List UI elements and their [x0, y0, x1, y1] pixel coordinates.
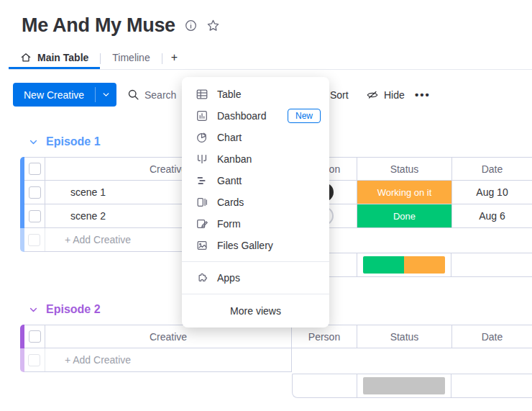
menu-divider — [182, 261, 329, 262]
menu-item-files-gallery[interactable]: Files Gallery — [182, 235, 329, 256]
menu-item-label: Table — [217, 89, 241, 100]
menu-item-chart[interactable]: Chart — [182, 127, 329, 148]
group-header-episode-1[interactable]: Episode 1 — [29, 135, 101, 148]
table-icon — [196, 88, 208, 101]
summary-person-cell — [293, 374, 357, 397]
files-gallery-icon — [196, 239, 208, 252]
new-creative-button[interactable]: New Creative — [13, 83, 116, 107]
add-item-row: + Add Creative — [24, 348, 292, 372]
date-cell[interactable]: Aug 6 — [452, 204, 532, 227]
menu-item-label: Kanban — [217, 153, 252, 165]
item-name[interactable]: scene 2 — [45, 210, 106, 222]
menu-item-dashboard[interactable]: Dashboard New — [182, 105, 329, 127]
group-title[interactable]: Episode 2 — [46, 303, 101, 316]
battery-segment-empty — [363, 377, 446, 394]
episode-2-table: Creative Person Status Date + Add Creati… — [20, 325, 532, 372]
pie-chart-icon — [196, 131, 208, 144]
summary-status-cell — [357, 374, 452, 397]
apps-puzzle-icon — [196, 271, 208, 284]
board-header: Me And My Muse — [22, 14, 220, 37]
tab-timeline[interactable]: Timeline — [101, 48, 161, 69]
menu-item-table[interactable]: Table — [182, 83, 329, 105]
more-views-button[interactable]: More views — [182, 299, 329, 322]
summary-date-cell — [451, 374, 532, 397]
hide-button[interactable]: Hide — [366, 83, 405, 107]
menu-item-kanban[interactable]: Kanban — [182, 148, 329, 170]
hide-label: Hide — [384, 89, 405, 101]
group-header-episode-2[interactable]: Episode 2 — [29, 303, 101, 316]
ellipsis-icon: ••• — [415, 89, 431, 101]
select-all-checkbox[interactable] — [29, 163, 41, 175]
select-all-checkbox[interactable] — [29, 330, 41, 343]
sort-label: Sort — [330, 89, 349, 101]
menu-item-cards[interactable]: Cards — [182, 191, 329, 213]
row-checkbox[interactable] — [29, 186, 41, 199]
column-header-creative[interactable]: Creative — [45, 325, 292, 348]
menu-item-form[interactable]: Form — [182, 213, 329, 235]
battery-segment-working — [404, 256, 445, 274]
more-options-button[interactable]: ••• — [415, 83, 431, 107]
chevron-down-icon[interactable] — [29, 137, 38, 147]
menu-item-label: Files Gallery — [217, 240, 273, 251]
menu-item-label: Dashboard — [217, 110, 267, 122]
tab-timeline-label: Timeline — [112, 52, 150, 63]
chevron-down-icon[interactable] — [96, 83, 116, 107]
column-header-date[interactable]: Date — [452, 158, 532, 180]
summary-date-cell — [451, 253, 532, 276]
add-creative-button[interactable]: + Add Creative — [45, 234, 131, 245]
column-header-person[interactable]: Person — [292, 325, 357, 348]
row-checkbox — [28, 234, 40, 246]
eye-off-icon — [366, 89, 379, 101]
favorite-star-icon[interactable] — [206, 19, 220, 32]
home-icon — [20, 52, 32, 63]
info-icon[interactable] — [185, 19, 197, 32]
kanban-icon — [196, 153, 208, 166]
add-creative-button[interactable]: + Add Creative — [45, 354, 131, 366]
summary-status-cell — [357, 253, 452, 276]
status-cell[interactable]: Working on it — [357, 181, 451, 204]
tab-main-table[interactable]: Main Table — [9, 48, 100, 69]
row-checkbox[interactable] — [29, 210, 41, 222]
search-placeholder: Search — [145, 89, 176, 101]
views-menu: Table Dashboard New Chart Kanban — [182, 77, 329, 328]
menu-item-label: Apps — [217, 272, 240, 284]
search-icon — [127, 89, 139, 101]
item-name[interactable]: scene 1 — [45, 186, 106, 198]
menu-item-label: Chart — [217, 132, 242, 143]
menu-item-gantt[interactable]: Gantt — [182, 170, 329, 191]
column-header-date[interactable]: Date — [452, 325, 532, 348]
menu-divider — [182, 294, 329, 294]
cards-icon — [196, 196, 208, 209]
battery-segment-done — [363, 256, 404, 274]
status-cell[interactable]: Done — [357, 204, 451, 227]
form-icon — [196, 217, 208, 230]
column-header-status[interactable]: Status — [357, 158, 452, 180]
menu-item-label: Gantt — [217, 175, 242, 186]
new-badge: New — [288, 109, 321, 123]
status-battery[interactable] — [363, 256, 446, 274]
menu-item-apps[interactable]: Apps — [182, 267, 329, 289]
sort-button[interactable]: Sort — [330, 83, 349, 107]
view-tabs: Main Table Timeline + — [9, 48, 532, 70]
add-view-button[interactable]: + — [162, 48, 186, 69]
status-battery[interactable] — [363, 377, 446, 394]
menu-item-label: Cards — [217, 197, 244, 208]
menu-item-label: Form — [217, 218, 241, 230]
date-cell[interactable]: Aug 10 — [452, 181, 532, 204]
gantt-icon — [196, 174, 208, 187]
episode-2-summary-row — [292, 374, 532, 398]
plus-icon: + — [171, 51, 178, 64]
row-checkbox — [28, 354, 40, 366]
column-header-status[interactable]: Status — [357, 325, 452, 348]
dashboard-icon — [196, 109, 208, 122]
table-header-row: Creative Person Status Date — [24, 325, 532, 348]
chevron-down-icon[interactable] — [29, 305, 38, 315]
tab-main-table-label: Main Table — [37, 52, 88, 63]
group-title[interactable]: Episode 1 — [46, 135, 101, 148]
new-creative-label[interactable]: New Creative — [13, 83, 95, 107]
search-button[interactable]: Search — [127, 83, 176, 107]
page-title: Me And My Muse — [22, 14, 175, 37]
